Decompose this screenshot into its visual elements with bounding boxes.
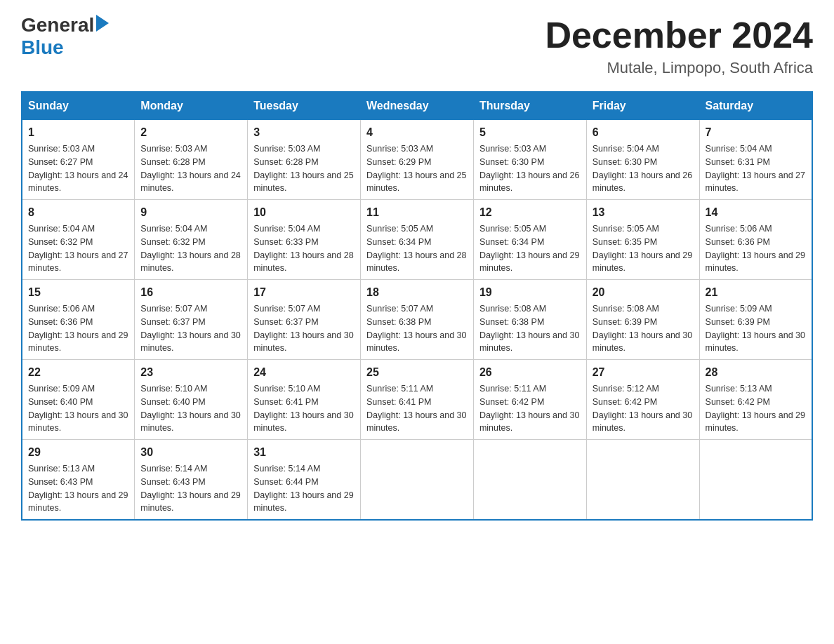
day-info: Sunrise: 5:10 AMSunset: 6:40 PMDaylight:… [140,384,240,433]
day-info: Sunrise: 5:07 AMSunset: 6:38 PMDaylight:… [366,304,466,353]
calendar-week-row: 29 Sunrise: 5:13 AMSunset: 6:43 PMDaylig… [22,440,812,521]
day-number: 29 [28,444,128,461]
day-number: 9 [140,204,241,221]
calendar-cell: 5 Sunrise: 5:03 AMSunset: 6:30 PMDayligh… [473,120,586,200]
calendar-cell: 31 Sunrise: 5:14 AMSunset: 6:44 PMDaylig… [248,440,361,521]
calendar-cell: 1 Sunrise: 5:03 AMSunset: 6:27 PMDayligh… [22,120,135,200]
day-number: 4 [366,124,468,141]
day-info: Sunrise: 5:09 AMSunset: 6:39 PMDaylight:… [706,304,805,353]
calendar-cell: 24 Sunrise: 5:10 AMSunset: 6:41 PMDaylig… [248,360,361,440]
calendar-cell: 26 Sunrise: 5:11 AMSunset: 6:42 PMDaylig… [473,360,586,440]
calendar-cell: 14 Sunrise: 5:06 AMSunset: 6:36 PMDaylig… [699,200,812,280]
day-number: 30 [140,444,241,461]
column-header-friday: Friday [586,92,699,120]
day-info: Sunrise: 5:08 AMSunset: 6:39 PMDaylight:… [593,304,692,353]
calendar-cell: 22 Sunrise: 5:09 AMSunset: 6:40 PMDaylig… [22,360,135,440]
column-header-sunday: Sunday [22,92,135,120]
day-number: 22 [28,364,128,381]
day-info: Sunrise: 5:14 AMSunset: 6:44 PMDaylight:… [253,464,353,513]
day-info: Sunrise: 5:04 AMSunset: 6:30 PMDaylight:… [593,144,692,193]
day-number: 27 [593,364,694,381]
calendar-cell: 17 Sunrise: 5:07 AMSunset: 6:37 PMDaylig… [248,280,361,360]
calendar-cell [586,440,699,521]
day-info: Sunrise: 5:03 AMSunset: 6:28 PMDaylight:… [253,144,353,193]
calendar-cell: 29 Sunrise: 5:13 AMSunset: 6:43 PMDaylig… [22,440,135,521]
day-info: Sunrise: 5:13 AMSunset: 6:42 PMDaylight:… [706,384,805,433]
day-number: 8 [28,204,128,221]
day-number: 16 [140,284,241,301]
calendar-week-row: 22 Sunrise: 5:09 AMSunset: 6:40 PMDaylig… [22,360,812,440]
calendar-cell: 28 Sunrise: 5:13 AMSunset: 6:42 PMDaylig… [699,360,812,440]
calendar-cell [361,440,474,521]
logo: General Blue [21,14,109,59]
day-number: 20 [593,284,694,301]
day-info: Sunrise: 5:06 AMSunset: 6:36 PMDaylight:… [28,304,128,353]
day-info: Sunrise: 5:04 AMSunset: 6:32 PMDaylight:… [140,224,240,273]
calendar-cell: 30 Sunrise: 5:14 AMSunset: 6:43 PMDaylig… [135,440,248,521]
day-info: Sunrise: 5:08 AMSunset: 6:38 PMDaylight:… [479,304,579,353]
column-header-tuesday: Tuesday [248,92,361,120]
day-info: Sunrise: 5:14 AMSunset: 6:43 PMDaylight:… [140,464,240,513]
calendar-cell [699,440,812,521]
day-info: Sunrise: 5:05 AMSunset: 6:34 PMDaylight:… [366,224,466,273]
day-number: 7 [706,124,806,141]
day-info: Sunrise: 5:11 AMSunset: 6:42 PMDaylight:… [479,384,579,433]
logo-triangle-icon [96,15,109,32]
day-number: 11 [366,204,468,221]
calendar-cell: 6 Sunrise: 5:04 AMSunset: 6:30 PMDayligh… [586,120,699,200]
day-number: 18 [366,284,468,301]
day-info: Sunrise: 5:04 AMSunset: 6:31 PMDaylight:… [706,144,805,193]
day-info: Sunrise: 5:05 AMSunset: 6:34 PMDaylight:… [479,224,579,273]
day-info: Sunrise: 5:12 AMSunset: 6:42 PMDaylight:… [593,384,692,433]
day-info: Sunrise: 5:04 AMSunset: 6:33 PMDaylight:… [253,224,353,273]
column-header-saturday: Saturday [699,92,812,120]
calendar-cell: 20 Sunrise: 5:08 AMSunset: 6:39 PMDaylig… [586,280,699,360]
day-number: 31 [253,444,355,461]
calendar-cell: 10 Sunrise: 5:04 AMSunset: 6:33 PMDaylig… [248,200,361,280]
day-number: 13 [593,204,694,221]
calendar-cell: 19 Sunrise: 5:08 AMSunset: 6:38 PMDaylig… [473,280,586,360]
calendar-cell: 8 Sunrise: 5:04 AMSunset: 6:32 PMDayligh… [22,200,135,280]
day-info: Sunrise: 5:05 AMSunset: 6:35 PMDaylight:… [593,224,692,273]
day-number: 26 [479,364,581,381]
calendar-table: SundayMondayTuesdayWednesdayThursdayFrid… [21,91,813,521]
location-title: Mutale, Limpopo, South Africa [545,59,813,77]
day-number: 19 [479,284,581,301]
day-info: Sunrise: 5:07 AMSunset: 6:37 PMDaylight:… [140,304,240,353]
day-info: Sunrise: 5:10 AMSunset: 6:41 PMDaylight:… [253,384,353,433]
day-number: 10 [253,204,355,221]
column-header-thursday: Thursday [473,92,586,120]
calendar-header-row: SundayMondayTuesdayWednesdayThursdayFrid… [22,92,812,120]
day-number: 21 [706,284,806,301]
day-info: Sunrise: 5:03 AMSunset: 6:28 PMDaylight:… [140,144,240,193]
logo-general-text: General [21,14,94,36]
day-number: 14 [706,204,806,221]
calendar-cell: 18 Sunrise: 5:07 AMSunset: 6:38 PMDaylig… [361,280,474,360]
logo-blue-text: Blue [21,36,64,58]
calendar-cell: 2 Sunrise: 5:03 AMSunset: 6:28 PMDayligh… [135,120,248,200]
day-number: 24 [253,364,355,381]
day-number: 28 [706,364,806,381]
day-number: 25 [366,364,468,381]
month-title: December 2024 [545,14,813,56]
day-info: Sunrise: 5:07 AMSunset: 6:37 PMDaylight:… [253,304,353,353]
calendar-week-row: 8 Sunrise: 5:04 AMSunset: 6:32 PMDayligh… [22,200,812,280]
calendar-cell: 21 Sunrise: 5:09 AMSunset: 6:39 PMDaylig… [699,280,812,360]
day-info: Sunrise: 5:03 AMSunset: 6:27 PMDaylight:… [28,144,128,193]
day-info: Sunrise: 5:03 AMSunset: 6:30 PMDaylight:… [479,144,579,193]
calendar-cell: 4 Sunrise: 5:03 AMSunset: 6:29 PMDayligh… [361,120,474,200]
day-number: 15 [28,284,128,301]
title-section: December 2024 Mutale, Limpopo, South Afr… [545,14,813,77]
calendar-cell: 3 Sunrise: 5:03 AMSunset: 6:28 PMDayligh… [248,120,361,200]
calendar-cell: 12 Sunrise: 5:05 AMSunset: 6:34 PMDaylig… [473,200,586,280]
calendar-cell: 23 Sunrise: 5:10 AMSunset: 6:40 PMDaylig… [135,360,248,440]
day-number: 6 [593,124,694,141]
calendar-cell: 9 Sunrise: 5:04 AMSunset: 6:32 PMDayligh… [135,200,248,280]
column-header-monday: Monday [135,92,248,120]
calendar-week-row: 15 Sunrise: 5:06 AMSunset: 6:36 PMDaylig… [22,280,812,360]
calendar-cell: 11 Sunrise: 5:05 AMSunset: 6:34 PMDaylig… [361,200,474,280]
column-header-wednesday: Wednesday [361,92,474,120]
page-header: General Blue December 2024 Mutale, Limpo… [21,14,813,77]
calendar-cell: 27 Sunrise: 5:12 AMSunset: 6:42 PMDaylig… [586,360,699,440]
day-info: Sunrise: 5:11 AMSunset: 6:41 PMDaylight:… [366,384,466,433]
